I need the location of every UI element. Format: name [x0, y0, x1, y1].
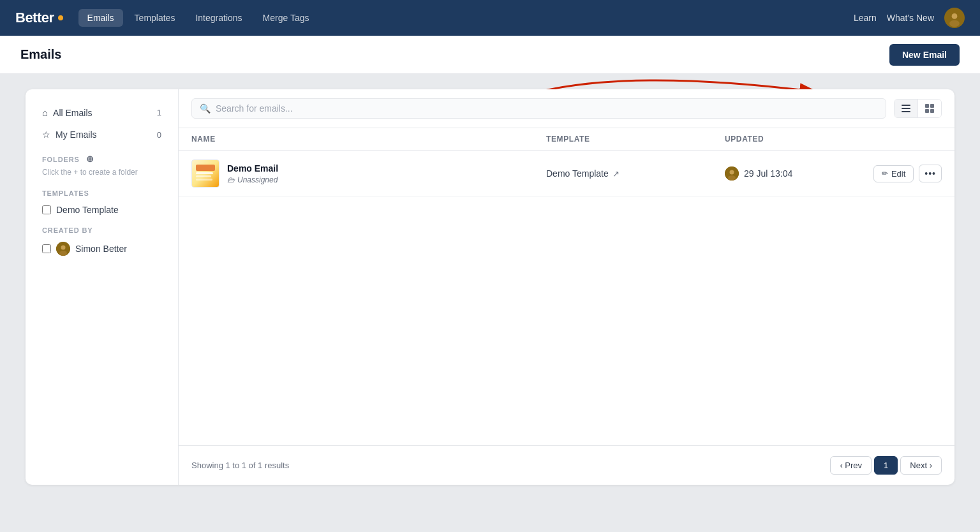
- template-cell: Demo Template ↗: [546, 168, 725, 179]
- templates-section-title: TEMPLATES: [36, 182, 168, 201]
- more-dots-icon: •••: [924, 168, 936, 179]
- user-avatar-small: [56, 242, 70, 256]
- svg-point-2: [949, 20, 960, 27]
- svg-point-5: [61, 246, 66, 250]
- page-1-button[interactable]: 1: [874, 456, 898, 475]
- page-header: Emails New Email: [0, 36, 980, 74]
- created-by-simon[interactable]: Simon Better: [36, 238, 168, 260]
- col-header-updated: UPDATED: [725, 135, 865, 144]
- avatar[interactable]: [944, 8, 965, 28]
- nav-learn-link[interactable]: Learn: [854, 13, 877, 23]
- svg-point-6: [59, 251, 67, 256]
- template-name: Demo Template: [546, 168, 609, 179]
- prev-page-button[interactable]: ‹ Prev: [830, 456, 872, 475]
- pagination: ‹ Prev 1 Next ›: [830, 456, 942, 475]
- page-title: Emails: [20, 47, 61, 62]
- sidebar-all-emails-label: All Emails: [53, 108, 92, 118]
- svg-rect-8: [902, 108, 910, 109]
- nav-link-templates[interactable]: Templates: [126, 9, 184, 27]
- svg-rect-9: [902, 111, 910, 112]
- sidebar-my-emails-label: My Emails: [56, 129, 97, 140]
- svg-rect-12: [925, 109, 929, 113]
- more-options-button[interactable]: •••: [919, 165, 942, 182]
- svg-rect-13: [930, 109, 934, 113]
- home-icon: ⌂: [42, 107, 48, 118]
- grid-view-button[interactable]: [918, 100, 941, 117]
- updated-date: 29 Jul 13:04: [744, 168, 792, 179]
- updated-by-avatar: [725, 166, 739, 181]
- brand-name: Better: [15, 10, 54, 26]
- svg-rect-7: [902, 105, 910, 106]
- email-name-cell: Demo Email 🗁 Unassigned: [191, 159, 546, 188]
- svg-point-15: [730, 170, 734, 175]
- nav-right: Learn What's New: [854, 8, 965, 28]
- list-footer: Showing 1 to 1 of 1 results ‹ Prev 1 Nex…: [179, 445, 954, 485]
- folders-hint: Click the + to create a folder: [36, 168, 168, 182]
- star-icon: ☆: [42, 129, 50, 140]
- list-view-button[interactable]: [895, 100, 918, 117]
- nav-link-emails[interactable]: Emails: [78, 9, 123, 27]
- email-thumbnail: [191, 159, 219, 188]
- email-folder: 🗁 Unassigned: [227, 175, 278, 184]
- external-link-icon[interactable]: ↗: [612, 169, 620, 179]
- sidebar-my-emails-count: 0: [157, 130, 161, 140]
- folder-icon: 🗁: [227, 175, 235, 184]
- folders-section-title: FOLDERS ⊕: [36, 146, 168, 168]
- search-box[interactable]: 🔍: [191, 98, 886, 119]
- next-page-button[interactable]: Next ›: [900, 456, 942, 475]
- new-email-button[interactable]: New Email: [889, 44, 960, 66]
- add-folder-icon[interactable]: ⊕: [86, 154, 94, 164]
- svg-rect-10: [925, 104, 929, 108]
- table-header: NAME TEMPLATE UPDATED: [179, 128, 954, 151]
- svg-rect-11: [930, 104, 934, 108]
- actions-cell: ✏ Edit •••: [865, 165, 942, 182]
- template-filter-demo[interactable]: Demo Template: [36, 201, 168, 219]
- created-by-checkbox[interactable]: [42, 244, 51, 253]
- brand-logo[interactable]: Better: [15, 10, 63, 26]
- svg-point-1: [952, 13, 958, 19]
- email-list-area: 🔍: [179, 89, 954, 485]
- edit-button[interactable]: ✏ Edit: [873, 165, 914, 182]
- sidebar-all-emails-count: 1: [157, 108, 161, 117]
- search-input[interactable]: [216, 103, 878, 114]
- content-card: ⌂ All Emails 1 ☆ My Emails 0 FOLDERS ⊕ C…: [26, 89, 954, 485]
- template-checkbox-label: Demo Template: [56, 205, 119, 215]
- svg-point-16: [728, 175, 736, 181]
- updated-cell: 29 Jul 13:04: [725, 166, 865, 181]
- created-by-user-label: Simon Better: [75, 244, 127, 254]
- navbar: Better Emails Templates Integrations Mer…: [0, 0, 980, 36]
- created-by-section-title: CREATED BY: [36, 219, 168, 238]
- email-name: Demo Email: [227, 163, 278, 174]
- list-toolbar: 🔍: [179, 89, 954, 128]
- page-header-container: Emails New Email: [0, 36, 980, 74]
- brand-dot: [58, 15, 63, 20]
- sidebar: ⌂ All Emails 1 ☆ My Emails 0 FOLDERS ⊕ C…: [26, 89, 179, 485]
- list-spacer: [179, 197, 954, 445]
- nav-links: Emails Templates Integrations Merge Tags: [78, 9, 849, 27]
- col-header-template: TEMPLATE: [546, 135, 725, 144]
- nav-link-integrations[interactable]: Integrations: [186, 9, 251, 27]
- edit-pen-icon: ✏: [882, 169, 888, 178]
- sidebar-item-my-emails[interactable]: ☆ My Emails 0: [36, 124, 168, 145]
- search-icon: 🔍: [200, 103, 211, 114]
- nav-link-merge-tags[interactable]: Merge Tags: [254, 9, 318, 27]
- view-toggle: [894, 99, 942, 118]
- col-header-actions: [865, 135, 942, 144]
- table-row: Demo Email 🗁 Unassigned Demo Template ↗: [179, 151, 954, 197]
- nav-whats-new-link[interactable]: What's New: [887, 13, 934, 23]
- main-wrapper: ⌂ All Emails 1 ☆ My Emails 0 FOLDERS ⊕ C…: [0, 74, 980, 500]
- col-header-name: NAME: [191, 135, 546, 144]
- results-text: Showing 1 to 1 of 1 results: [191, 461, 289, 470]
- sidebar-item-all-emails[interactable]: ⌂ All Emails 1: [36, 102, 168, 123]
- template-checkbox[interactable]: [42, 205, 51, 214]
